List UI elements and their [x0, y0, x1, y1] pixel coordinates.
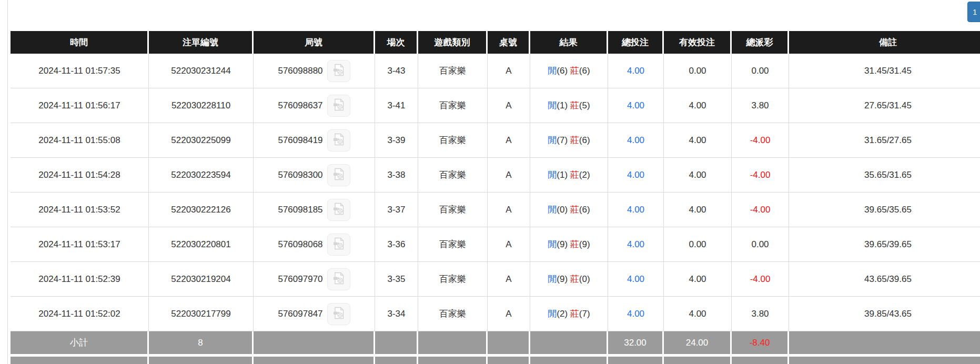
cell-total-bet: 4.00: [608, 158, 664, 193]
col-header-round_id: 局號: [254, 31, 375, 54]
result-banker-value: (0): [579, 274, 590, 284]
result-banker-label: 莊: [570, 66, 579, 76]
video-replay-button[interactable]: [327, 199, 350, 221]
video-file-icon: [332, 63, 346, 78]
grand-total-session: [375, 357, 418, 364]
cell-time: 2024-11-11 01:57:35: [11, 54, 149, 88]
total-bet-link[interactable]: 4.00: [627, 205, 644, 215]
result-banker-value: (6): [579, 66, 590, 76]
round-id-group: 576098300: [254, 164, 375, 186]
cell-round-id: 576098185: [254, 193, 375, 227]
cell-total-bet: 4.00: [608, 88, 664, 123]
video-replay-button[interactable]: [327, 234, 350, 256]
cell-result: 閒(7) 莊(6): [530, 123, 608, 158]
result-banker-label: 莊: [570, 205, 579, 215]
cell-valid-bet: 4.00: [664, 88, 732, 123]
video-replay-button[interactable]: [327, 164, 350, 186]
cell-valid-bet: 4.00: [664, 297, 732, 331]
grand-total-row: [11, 357, 980, 364]
cell-bet-id: 522030223594: [149, 158, 254, 193]
col-header-time: 時間: [11, 31, 149, 54]
cell-game-type: 百家樂: [418, 54, 488, 88]
cell-round-id: 576098419: [254, 123, 375, 158]
total-bet-link[interactable]: 4.00: [627, 274, 644, 284]
table-row: 2024-11-11 01:53:52522030222126576098185…: [11, 193, 980, 227]
cell-session: 3-41: [375, 88, 418, 123]
video-file-icon: [332, 167, 346, 183]
cell-time: 2024-11-11 01:56:17: [11, 88, 149, 123]
subtotal-round: [254, 331, 375, 354]
result-player-value: (7): [557, 135, 570, 145]
cell-time: 2024-11-11 01:52:02: [11, 297, 149, 331]
result-banker-value: (7): [579, 309, 590, 319]
result-player-value: (9): [557, 239, 570, 249]
subtotal-session: [375, 331, 418, 354]
subtotal-game-type: [418, 331, 488, 354]
cell-table-no: A: [488, 193, 530, 227]
table-header-row: 時間注單編號局號場次遊戲類別桌號結果總投注有效投注總派彩備註: [11, 31, 980, 54]
cell-valid-bet: 0.00: [664, 227, 732, 262]
video-replay-button[interactable]: [327, 268, 350, 290]
video-replay-button[interactable]: [327, 303, 350, 325]
cell-session: 3-34: [375, 297, 418, 331]
result-player-value: (9): [557, 274, 570, 284]
round-id-text: 576097847: [278, 309, 322, 319]
grand-total-result: [530, 357, 608, 364]
cell-total-bet: 4.00: [608, 54, 664, 88]
total-bet-link[interactable]: 4.00: [627, 309, 644, 319]
table-row: 2024-11-11 01:52:02522030217799576097847…: [11, 297, 980, 331]
cell-valid-bet: 4.00: [664, 262, 732, 297]
table-row: 2024-11-11 01:57:35522030231244576098880…: [11, 54, 980, 88]
video-replay-button[interactable]: [327, 95, 350, 117]
round-id-group: 576098637: [254, 95, 375, 117]
video-replay-button[interactable]: [327, 129, 350, 151]
result-banker-label: 莊: [570, 309, 579, 319]
total-bet-link[interactable]: 4.00: [627, 135, 644, 145]
cell-game-type: 百家樂: [418, 193, 488, 227]
total-bet-link[interactable]: 4.00: [627, 170, 644, 180]
cell-payout: -4.00: [732, 123, 789, 158]
cell-session: 3-35: [375, 262, 418, 297]
grand-total-game_type: [418, 357, 488, 364]
cell-total-bet: 4.00: [608, 227, 664, 262]
subtotal-payout: -8.40: [732, 331, 789, 354]
col-header-game_type: 遊戲類別: [418, 31, 488, 54]
table-row: 2024-11-11 01:52:39522030219204576097970…: [11, 262, 980, 297]
table-header-row-inner: 時間注單編號局號場次遊戲類別桌號結果總投注有效投注總派彩備註: [11, 31, 980, 54]
cell-result: 閒(9) 莊(9): [530, 227, 608, 262]
cell-result: 閒(2) 莊(7): [530, 297, 608, 331]
col-header-remark: 備註: [789, 31, 980, 54]
result-banker-value: (9): [579, 239, 590, 249]
subtotal-result: [530, 331, 608, 354]
subtotal-row: 小計832.0024.00-8.40: [11, 331, 980, 354]
result-player-label: 閒: [548, 135, 557, 145]
round-id-text: 576098880: [278, 66, 322, 76]
result-player-label: 閒: [548, 205, 557, 215]
cell-game-type: 百家樂: [418, 88, 488, 123]
cell-result: 閒(1) 莊(2): [530, 158, 608, 193]
video-file-icon: [332, 202, 346, 217]
round-id-group: 576098419: [254, 129, 375, 151]
total-bet-link[interactable]: 4.00: [627, 100, 644, 110]
result-banker-label: 莊: [570, 239, 579, 249]
total-bet-link[interactable]: 4.00: [627, 66, 644, 76]
grand-total-valid_bet: [664, 357, 732, 364]
cell-valid-bet: 4.00: [664, 123, 732, 158]
cell-remark: 39.65/35.65: [789, 193, 980, 227]
cell-session: 3-39: [375, 123, 418, 158]
col-header-payout: 總派彩: [732, 31, 789, 54]
cell-bet-id: 522030228110: [149, 88, 254, 123]
video-replay-button[interactable]: [327, 60, 350, 82]
result-player-label: 閒: [548, 100, 557, 110]
table-body: 2024-11-11 01:57:35522030231244576098880…: [11, 54, 980, 364]
round-id-group: 576097970: [254, 268, 375, 290]
result-player-value: (6): [557, 66, 570, 76]
round-id-text: 576098637: [278, 100, 322, 111]
cell-result: 閒(6) 莊(6): [530, 54, 608, 88]
cell-time: 2024-11-11 01:52:39: [11, 262, 149, 297]
cell-remark: 31.45/31.45: [789, 54, 980, 88]
pagination-page-1-button[interactable]: 1: [967, 2, 980, 22]
result-player-value: (1): [557, 170, 570, 180]
total-bet-link[interactable]: 4.00: [627, 239, 644, 249]
cell-time: 2024-11-11 01:54:28: [11, 158, 149, 193]
